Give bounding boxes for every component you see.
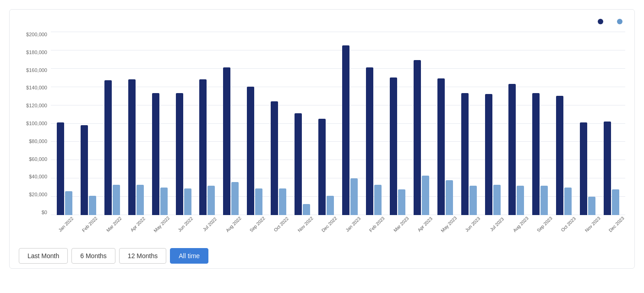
legend-net-profit	[617, 19, 625, 24]
bar-group	[552, 32, 576, 215]
gross-bar	[532, 93, 540, 215]
gross-bar	[128, 79, 136, 215]
y-axis-label: $180,000	[19, 50, 51, 55]
bar-group	[314, 32, 338, 215]
gross-bar	[342, 45, 349, 215]
net-bar	[446, 180, 453, 215]
bar-group	[505, 32, 529, 215]
net-bar	[65, 191, 72, 215]
bar-group	[481, 32, 505, 215]
y-axis-label: $20,000	[19, 192, 51, 197]
bar-group	[196, 32, 219, 215]
gross-bar	[271, 101, 278, 215]
net-bar	[231, 182, 239, 215]
net-bar	[564, 188, 572, 215]
net-bar	[279, 188, 286, 215]
net-bar	[398, 189, 405, 215]
bar-group	[362, 32, 386, 215]
y-axis-label: $80,000	[19, 138, 51, 144]
net-bar	[517, 186, 524, 215]
y-axis-label: $40,000	[19, 174, 51, 179]
net-bar	[540, 186, 548, 215]
gross-bar	[104, 80, 112, 215]
chart-area: $0$20,000$40,000$60,000$80,000$100,000$1…	[19, 32, 625, 243]
net-bar	[89, 196, 96, 215]
gross-revenue-dot	[598, 19, 603, 24]
bar-group	[243, 32, 267, 215]
legend-gross-revenue	[598, 19, 606, 24]
gross-bar	[247, 87, 254, 215]
gross-bar	[81, 125, 88, 215]
bar-group	[457, 32, 481, 215]
net-bar	[493, 185, 501, 215]
gross-bar	[556, 96, 563, 215]
y-axis-label: $100,000	[19, 121, 51, 126]
filter-btn-12-months[interactable]: 12 Months	[119, 248, 166, 264]
net-bar	[136, 185, 144, 215]
net-bar	[422, 176, 429, 215]
filter-btn-last-month[interactable]: Last Month	[19, 248, 68, 264]
net-bar	[113, 185, 120, 215]
bar-group	[53, 32, 76, 215]
gross-bar	[414, 60, 421, 215]
gross-bar	[390, 77, 397, 215]
filter-buttons: Last Month6 Months12 MonthsAll time	[19, 248, 625, 264]
bar-group	[576, 32, 600, 215]
net-bar	[588, 197, 595, 215]
bar-group	[172, 32, 196, 215]
y-axis-label: $200,000	[19, 32, 51, 37]
net-bar	[350, 178, 358, 215]
bar-group	[386, 32, 409, 215]
gross-bar	[580, 122, 587, 215]
net-profit-dot	[617, 19, 622, 24]
gross-bar	[318, 119, 326, 215]
bar-group	[148, 32, 172, 215]
gross-bar	[437, 78, 445, 215]
gross-bar	[508, 84, 516, 215]
gross-bar	[604, 122, 611, 215]
gross-bar	[295, 113, 302, 215]
earnings-chart-container: $0$20,000$40,000$60,000$80,000$100,000$1…	[9, 9, 635, 269]
chart-legend	[598, 19, 625, 24]
gross-bar	[176, 93, 183, 215]
gross-bar	[199, 79, 207, 215]
bar-group	[76, 32, 100, 215]
net-bar	[612, 189, 619, 215]
x-axis-label: Dec 2023	[606, 214, 641, 249]
x-axis-labels: Jan 2022Feb 2022Mar 2022Apr 2022May 2022…	[51, 217, 625, 243]
chart-header	[19, 19, 625, 24]
filter-btn-all-time[interactable]: All time	[170, 248, 208, 264]
net-bar	[255, 188, 262, 215]
y-axis-label: $140,000	[19, 85, 51, 90]
net-bar	[327, 196, 334, 215]
bar-group	[338, 32, 362, 215]
net-bar	[160, 188, 168, 215]
bar-group	[528, 32, 552, 215]
filter-btn-6-months[interactable]: 6 Months	[71, 248, 115, 264]
net-bar	[207, 186, 215, 215]
chart-inner	[51, 32, 625, 215]
bar-group	[290, 32, 314, 215]
gross-bar	[461, 93, 469, 215]
net-bar	[374, 185, 382, 215]
y-axis-labels: $0$20,000$40,000$60,000$80,000$100,000$1…	[19, 32, 51, 215]
bar-group	[100, 32, 124, 215]
bar-group	[267, 32, 290, 215]
y-axis-label: $0	[19, 210, 51, 215]
gross-bar	[485, 94, 492, 215]
gross-bar	[152, 93, 159, 215]
bar-group	[433, 32, 457, 215]
gross-bar	[366, 67, 373, 215]
bar-group	[600, 32, 623, 215]
y-axis-label: $160,000	[19, 67, 51, 73]
net-bar	[303, 204, 310, 215]
net-bar	[469, 186, 477, 215]
net-bar	[184, 188, 191, 215]
bar-group	[124, 32, 148, 215]
bar-group	[219, 32, 243, 215]
gross-bar	[223, 67, 230, 215]
gross-bar	[57, 122, 64, 215]
bars-container	[51, 32, 625, 215]
bar-group	[409, 32, 433, 215]
y-axis-label: $120,000	[19, 103, 51, 108]
